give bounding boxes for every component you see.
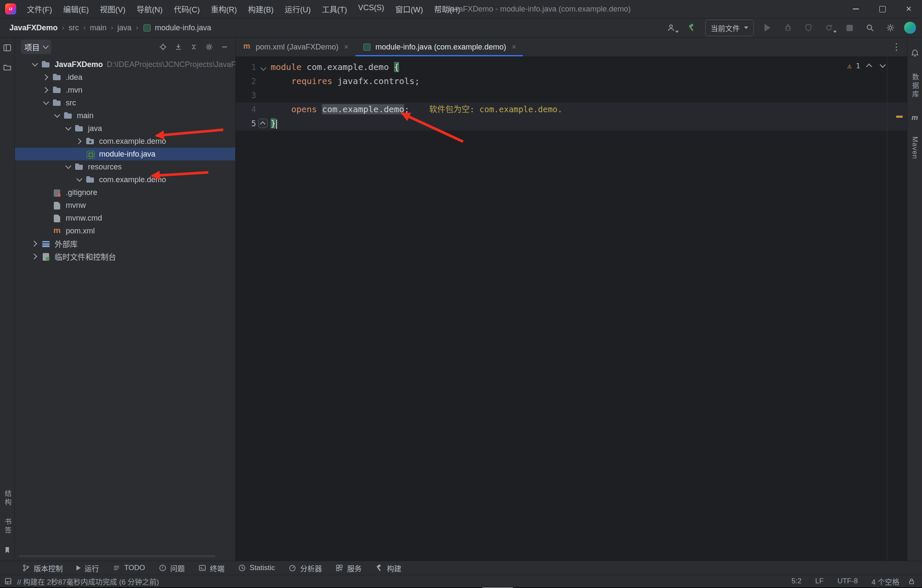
toolwindow-run-button[interactable]: 运行: [71, 561, 104, 575]
line-number[interactable]: 4: [236, 102, 256, 116]
close-button[interactable]: ×: [896, 0, 922, 18]
tab-module-info[interactable]: module-info.java (com.example.demo) ×: [356, 38, 523, 56]
tree-item-main[interactable]: main: [15, 109, 235, 122]
collapse-all-button[interactable]: [187, 41, 200, 53]
run-configuration-select[interactable]: 当前文件: [705, 20, 754, 36]
close-tab-icon[interactable]: ×: [512, 43, 516, 52]
horizontal-scrollbar[interactable]: [19, 555, 216, 557]
database-toolwindow-button[interactable]: 数据库: [910, 73, 920, 99]
menu-refactor[interactable]: 重构(R): [206, 1, 242, 17]
inspections-widget[interactable]: ⚠ 1: [847, 61, 887, 70]
chevron-down-icon[interactable]: [74, 173, 85, 186]
minimize-button[interactable]: [843, 0, 869, 18]
tree-item-project-root[interactable]: JavaFXDemo D:\IDEAProjects\JCNCProjects\…: [15, 58, 235, 71]
bookmark-icon[interactable]: [3, 546, 11, 554]
next-problem-button[interactable]: [878, 61, 887, 70]
toolwindow-statistic-button[interactable]: Statistic: [233, 562, 280, 574]
coverage-button[interactable]: [802, 21, 815, 35]
debug-button[interactable]: [781, 21, 795, 35]
breadcrumb-java[interactable]: java: [115, 22, 134, 34]
tree-item-scratches[interactable]: 临时文件和控制台: [15, 250, 235, 263]
structure-toolwindow-button[interactable]: 结构: [2, 490, 12, 507]
code-editor[interactable]: 1 module com.example.demo { 2 requires j…: [236, 57, 907, 561]
hide-panel-button[interactable]: [218, 41, 231, 53]
menu-vcs[interactable]: VCS(S): [353, 1, 389, 17]
run-button[interactable]: [761, 21, 774, 35]
rerun-button[interactable]: [822, 21, 836, 35]
toolwindow-build-button[interactable]: 构建: [370, 561, 406, 575]
menu-run[interactable]: 运行(U): [280, 1, 315, 17]
toolwindow-terminal-button[interactable]: 终端: [193, 561, 230, 575]
tab-options-button[interactable]: ⋮: [886, 38, 907, 56]
tree-item-external-libraries[interactable]: 外部库: [15, 237, 235, 250]
scroll-from-source-button[interactable]: [172, 41, 185, 53]
lock-icon[interactable]: [908, 578, 915, 585]
maven-icon[interactable]: m: [911, 114, 918, 122]
tree-item-resources[interactable]: resources: [15, 160, 235, 173]
tree-item-package-resources[interactable]: com.example.demo: [15, 173, 235, 186]
notifications-button[interactable]: [909, 47, 921, 59]
code-line-5[interactable]: 5 }: [236, 116, 907, 131]
menu-code[interactable]: 代码(C): [169, 1, 204, 17]
toolwindow-layout-icon[interactable]: [4, 577, 12, 585]
locate-file-button[interactable]: [157, 41, 169, 53]
settings-button[interactable]: [884, 21, 897, 35]
breadcrumb-main[interactable]: main: [87, 22, 109, 34]
menu-file[interactable]: 文件(F): [22, 1, 57, 17]
tree-item-mvnw-cmd[interactable]: mvnw.cmd: [15, 212, 235, 224]
indent-style[interactable]: 4 个空格: [867, 575, 904, 588]
tree-item-package-java[interactable]: com.example.demo: [15, 135, 235, 148]
caret-position[interactable]: 5:2: [786, 576, 807, 586]
build-status-message[interactable]: // 构建在 2秒87毫秒内成功完成 (6 分钟之前): [17, 576, 159, 587]
toolwindow-vcs-button[interactable]: 版本控制: [17, 561, 68, 575]
code-line-4[interactable]: 4 opens com.example.demo;软件包为空: com.exam…: [236, 102, 907, 116]
tree-item-mvnw[interactable]: mvnw: [15, 199, 235, 212]
stop-button[interactable]: [843, 21, 856, 35]
chevron-right-icon[interactable]: [41, 84, 52, 96]
toolwindow-problems-button[interactable]: 问题: [154, 561, 190, 575]
project-view-select[interactable]: 项目: [21, 40, 51, 54]
toolwindow-todo-button[interactable]: TODO: [108, 562, 150, 574]
file-encoding[interactable]: UTF-8: [832, 576, 863, 586]
tree-item-gitignore[interactable]: .gitignore: [15, 186, 235, 199]
toolwindow-profiler-button[interactable]: 分析器: [283, 561, 327, 575]
tree-item-src[interactable]: src: [15, 96, 235, 109]
chevron-right-icon[interactable]: [29, 250, 41, 263]
menu-view[interactable]: 视图(V): [95, 1, 130, 17]
prev-problem-button[interactable]: [864, 61, 874, 70]
maven-toolwindow-button[interactable]: Maven: [911, 137, 919, 159]
menu-navigate[interactable]: 导航(N): [132, 1, 167, 17]
chevron-right-icon[interactable]: [74, 135, 85, 148]
chevron-down-icon[interactable]: [29, 58, 41, 71]
menu-edit[interactable]: 编辑(E): [58, 1, 93, 17]
menu-window[interactable]: 窗口(W): [391, 1, 428, 17]
breadcrumb-src[interactable]: src: [66, 22, 82, 34]
code-line-3[interactable]: 3: [236, 88, 907, 102]
fold-marker-icon[interactable]: [256, 60, 271, 74]
tree-item-pom-xml[interactable]: pom.xml: [15, 224, 235, 237]
account-avatar[interactable]: [904, 22, 916, 34]
chevron-down-icon[interactable]: [52, 109, 63, 122]
scrollbar-warning-mark[interactable]: [896, 116, 903, 118]
chevron-down-icon[interactable]: [63, 160, 74, 173]
tab-pom-xml[interactable]: pom.xml (JavaFXDemo) ×: [236, 38, 356, 56]
chevron-down-icon[interactable]: [63, 122, 74, 135]
tree-item-java[interactable]: java: [15, 122, 235, 135]
line-number[interactable]: 5: [236, 116, 256, 131]
toolwindow-services-button[interactable]: 服务: [330, 561, 367, 575]
line-number[interactable]: 3: [236, 88, 256, 102]
line-number[interactable]: 1: [236, 60, 256, 74]
bookmarks-toolwindow-button[interactable]: 书签: [2, 518, 12, 535]
code-line-1[interactable]: 1 module com.example.demo {: [236, 60, 907, 74]
tree-item-module-info[interactable]: module-info.java: [15, 148, 235, 160]
build-project-button[interactable]: [685, 21, 698, 35]
panel-options-button[interactable]: [203, 41, 216, 53]
maximize-button[interactable]: [869, 0, 896, 18]
folder-toolwindow-button[interactable]: [1, 61, 13, 73]
line-number[interactable]: 2: [236, 74, 256, 88]
project-toolwindow-button[interactable]: [1, 42, 13, 54]
fold-end-marker-icon[interactable]: [256, 116, 271, 131]
chevron-right-icon[interactable]: [41, 71, 52, 84]
code-line-2[interactable]: 2 requires javafx.controls;: [236, 74, 907, 88]
menu-tools[interactable]: 工具(T): [317, 1, 352, 17]
